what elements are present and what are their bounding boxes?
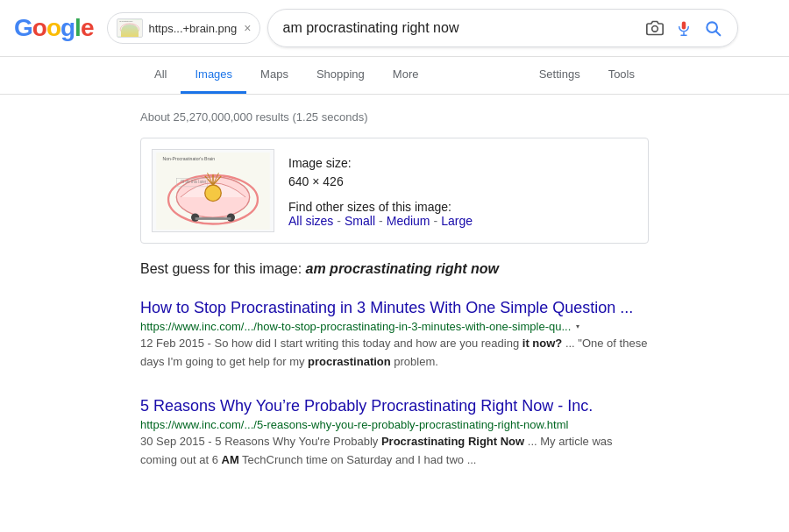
svg-line-16 (716, 32, 721, 36)
search-icons (644, 17, 723, 39)
svg-point-4 (129, 27, 132, 30)
search-result: How to Stop Procrastinating in 3 Minutes… (140, 298, 649, 372)
search-result: 5 Reasons Why You’re Probably Procrastin… (140, 396, 649, 470)
svg-rect-12 (682, 22, 686, 30)
tab-settings[interactable]: Settings (525, 57, 594, 94)
result-title[interactable]: 5 Reasons Why You’re Probably Procrastin… (140, 397, 593, 415)
result-url-row: https://www.inc.com/.../5-reasons-why-yo… (140, 418, 649, 431)
size-link-all[interactable]: All sizes (288, 214, 333, 228)
svg-point-9 (133, 32, 135, 34)
tab-more[interactable]: More (379, 57, 433, 94)
dropdown-arrow-icon[interactable]: ▾ (576, 323, 579, 330)
result-url: https://www.inc.com/.../5-reasons-why-yo… (140, 418, 568, 431)
camera-search-button[interactable] (644, 18, 665, 39)
image-result-card: Non-Procrastinator's Brain I'll do this … (140, 138, 649, 244)
tab-images[interactable]: Images (181, 57, 246, 94)
result-title[interactable]: How to Stop Procrastinating in 3 Minutes… (140, 299, 633, 316)
tab-shopping[interactable]: Shopping (302, 57, 379, 94)
size-link-small[interactable]: Small (345, 214, 375, 228)
tab-tools[interactable]: Tools (594, 57, 649, 94)
svg-point-8 (125, 32, 127, 34)
image-preview: Non-Procrastinator's Brain I'll do this … (152, 149, 274, 232)
tab-all[interactable]: All (140, 57, 181, 94)
result-url-row: https://www.inc.com/.../how-to-stop-proc… (140, 320, 649, 333)
svg-point-21 (205, 185, 222, 202)
nav-right: Settings Tools (525, 57, 649, 94)
image-thumbnail: Non-Procrastinator's Brain (117, 18, 143, 38)
size-links: All sizes - Small - Medium - Large (288, 214, 473, 228)
svg-rect-29 (195, 217, 231, 220)
nav-tabs: All Images Maps Shopping More Settings T… (0, 57, 789, 95)
results-count: About 25,270,000,000 results (1.25 secon… (140, 110, 649, 124)
mic-button[interactable] (674, 17, 693, 39)
header: Google Non-Procrastinator's Brain (0, 0, 789, 57)
search-button[interactable] (702, 18, 723, 39)
svg-point-3 (123, 25, 138, 33)
tab-close-button[interactable]: × (244, 21, 251, 35)
image-tab-pill: Non-Procrastinator's Brain https...+brai… (107, 12, 260, 44)
svg-line-7 (129, 25, 131, 27)
tab-filename: https...+brain.png (148, 22, 237, 35)
best-guess: Best guess for this image: am procrastin… (140, 261, 649, 277)
svg-line-6 (130, 25, 132, 27)
tab-maps[interactable]: Maps (246, 57, 302, 94)
size-link-large[interactable]: Large (441, 214, 473, 228)
image-size-label: Image size: 640 × 426 (288, 154, 473, 191)
search-bar-container: Non-Procrastinator's Brain https...+brai… (107, 9, 738, 47)
google-logo[interactable]: Google (14, 14, 93, 42)
svg-text:I'll do this later: I'll do this later (181, 180, 207, 184)
svg-rect-0 (117, 20, 142, 37)
svg-point-2 (121, 24, 140, 35)
svg-text:Non-Procrastinator's Brain: Non-Procrastinator's Brain (163, 156, 216, 161)
result-url: https://www.inc.com/.../how-to-stop-proc… (140, 320, 571, 333)
search-input[interactable] (282, 20, 637, 36)
result-snippet: 12 Feb 2015 - So how did I start writing… (140, 335, 649, 372)
find-sizes-section: Find other sizes of this image: All size… (288, 200, 473, 228)
svg-point-11 (652, 26, 658, 32)
search-input-wrapper (267, 9, 738, 47)
image-info: Image size: 640 × 426 Find other sizes o… (288, 149, 473, 232)
result-snippet: 30 Sep 2015 - 5 Reasons Why You're Proba… (140, 433, 649, 470)
size-link-medium[interactable]: Medium (387, 214, 430, 228)
main-content: About 25,270,000,000 results (1.25 secon… (0, 95, 789, 503)
